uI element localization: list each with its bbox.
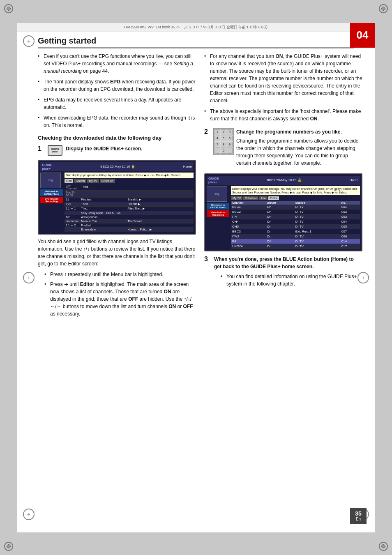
table-header-row: Channel On/Off Source No.	[231, 201, 360, 205]
num-hash	[227, 148, 233, 154]
table-row: TV2 Theia Friends ▶	[65, 202, 194, 206]
table-row: 1.1 ▼ 2 Football	[65, 223, 194, 227]
reg-mark-bl	[23, 509, 35, 520]
chapter-number: 04	[357, 29, 369, 41]
page-wrapper: DVR550HXS_WV_EN.book 35 ページ ２００７年３月３０日 金…	[17, 23, 375, 532]
step-3-number: 3	[204, 256, 211, 263]
reg-mark-tl	[23, 35, 35, 47]
section-title-bar: Getting started	[38, 36, 367, 46]
num-star	[214, 148, 220, 154]
screen-2-mockup: GUIDEplus+ BBC2 25-May 10:10 🔒 Home img …	[204, 173, 362, 251]
nav-mytv: My TV	[87, 179, 99, 183]
step-3-content: When you're done, press the BLUE Action …	[214, 256, 362, 290]
num-9: 9	[227, 142, 233, 147]
table-row: Tue,2510:00	[65, 190, 194, 197]
table-row: Emmerdale Homes... Polic... ▶	[65, 227, 194, 232]
step-2-content: Change the programme numbers as you like…	[236, 128, 362, 170]
step-2-heading: Change the programme numbers as you like…	[236, 129, 342, 135]
table-header-row: LastChannel Theia	[65, 184, 194, 191]
screen-2-nav: My TV Schedule Info Editor	[231, 196, 360, 200]
screen-2-onebutton: One-ButtonRecording	[207, 210, 229, 217]
sub-bullet-1: Press ↑ repeatedly until the Menu bar is…	[44, 271, 196, 278]
screen-2-editor: Editor displays your channel settings. Y…	[231, 186, 360, 249]
screen-1-table: LastChannel Theia Tue,2510:00	[65, 184, 194, 232]
screen-1-grid: Grid displays programme listings by chan…	[65, 173, 194, 232]
step-2-number: 2	[204, 128, 211, 136]
section-title: Getting started	[38, 36, 96, 45]
bullet-item-1: Even if you can't use the EPG functions …	[38, 53, 196, 75]
screen-2-info: Editor displays your channel settings. Y…	[231, 186, 360, 195]
num-5: 5	[221, 136, 226, 141]
screen-1-mockup: GUIDEplus+ BBC2 25-May 10:10 🔒 Home img …	[38, 160, 196, 235]
screen-2-channel: BBC2 25-May 10:10 🔒	[267, 178, 301, 182]
screen-2-body: img Welcome toGUIDE Plus+ One-ButtonReco…	[207, 186, 360, 249]
screen-1-channel: BBC2 25-May 10:10 🔒	[100, 165, 135, 168]
screen-2-sidebar: img Welcome toGUIDE Plus+ One-ButtonReco…	[207, 186, 229, 249]
screen-1-sidebar: img Welcome toGUIDE Plus+ One-ButtonReco…	[40, 173, 63, 232]
content-area: Even if you can't use the EPG functions …	[17, 53, 375, 328]
nav2-mytv: My TV	[231, 196, 242, 200]
screen-1-info: Grid displays programme listings by chan…	[65, 173, 194, 178]
left-column: Even if you can't use the EPG functions …	[38, 53, 196, 320]
num-7: 7	[214, 142, 220, 147]
num-2: 2	[221, 129, 226, 135]
step-3-bullets: You can find detailed information on usi…	[214, 273, 362, 288]
num-3: 3	[227, 129, 233, 135]
table-row: BBC2 On D. TV 002	[231, 209, 360, 214]
step-2-row: 2 1 2 3 4 5 6 7 8 9 0	[204, 128, 362, 170]
nav-schedule: Schedule	[100, 179, 115, 183]
table-row-highlighted: E4 Off D. TV 014	[231, 239, 360, 244]
num-1: 1	[214, 129, 220, 135]
num-4: 4	[214, 136, 220, 141]
screen-1-body: img Welcome toGUIDE Plus+ One-ButtonReco…	[40, 173, 194, 232]
right-bullet-2: The above is especially important for th…	[204, 108, 362, 122]
table-row: CH5 On D. TV 005	[231, 224, 360, 229]
screen-1-top-bar: GUIDEplus+ BBC2 25-May 10:10 🔒 Home	[40, 162, 194, 171]
screen-1-logo: GUIDEplus+	[42, 163, 52, 170]
num-6: 6	[227, 136, 233, 141]
one-button-label: One-ButtonRecording	[40, 197, 63, 203]
step-3-heading: When you're done, press the BLUE Action …	[214, 256, 354, 269]
screen-2-logo: GUIDEplus+	[208, 177, 219, 184]
sub-bullet-2: Press ➜ until Editor is highlighted. The…	[44, 281, 196, 318]
table-row: Sally Jessy Raph... Our b... Go	[65, 211, 194, 215]
sub-bullet-list: Press ↑ repeatedly until the Menu bar is…	[38, 271, 196, 318]
table-row: 11 Fimbles Starship ▶	[65, 197, 194, 202]
sub-heading-checking: Checking the downloaded data the followi…	[38, 135, 196, 141]
screen-2-home: Home	[350, 178, 358, 182]
left-bullet-list: Even if you can't use the EPG functions …	[38, 53, 196, 129]
screen-2-top-bar: GUIDEplus+ BBC2 25-May 10:10 🔒 Home	[207, 176, 360, 185]
bullet-item-3: EPG data may be received several times a…	[38, 96, 196, 111]
deco-circle-tr	[379, 4, 388, 13]
right-column: For any channel that you turn ON, the GU…	[204, 53, 362, 320]
deco-circle-bl	[4, 542, 13, 551]
screen-2-table: Channel On/Off Source No. BBC1 On D. TV	[231, 201, 360, 249]
nav2-editor: Editor	[268, 196, 279, 200]
bullet-item-2: The front panel display shows EPG when r…	[38, 78, 196, 93]
table-row: UKGOL On D. TV 017	[231, 244, 360, 249]
nav2-info: Info	[259, 196, 267, 200]
step-2-body: Changing the programme numbers allows yo…	[236, 137, 362, 167]
step-1-row: 1 GUIDEplus+ Display the GUIDE Plus+ scr…	[38, 145, 196, 156]
numpad-icon: 1 2 3 4 5 6 7 8 9 0	[213, 128, 234, 155]
table-row: BBC3 On Ext. Rec. 1 007	[231, 229, 360, 234]
step-3-bullet-1: You can find detailed information on usi…	[221, 273, 362, 288]
num-8: 8	[221, 142, 226, 147]
screen-2-thumbnail: img	[207, 186, 227, 202]
table-row: ITV2 On D. TV 006	[231, 234, 360, 239]
deco-circle-tl	[4, 4, 13, 13]
step-1-description: Display the GUIDE Plus+ screen.	[66, 145, 142, 152]
step-3-row: 3 When you're done, press the BLUE Actio…	[204, 256, 362, 290]
file-info-bar: DVR550HXS_WV_EN.book 35 ページ ２００７年３月３０日 金…	[17, 23, 375, 32]
nav2-schedule: Schedule	[243, 196, 258, 200]
screen-1-nav: Grid Search My TV Schedule	[65, 179, 194, 183]
page-lang: En	[356, 517, 361, 521]
screen-1-home: Home	[183, 165, 192, 168]
table-row: 1.1 ▼ 1 The... Alies The... ▶	[65, 206, 194, 211]
file-info-text: DVR550HXS_WV_EN.book 35 ページ ２００７年３月３０日 金…	[124, 25, 268, 29]
right-bullet-list: For any channel that you turn ON, the GU…	[204, 53, 362, 122]
bullet-item-4: When downloading EPG data, the recorder …	[38, 114, 196, 129]
screen-2-guide-label: Welcome toGUIDE Plus+	[207, 203, 229, 210]
table-row: BBC1 On D. TV 001	[231, 205, 360, 210]
num-0: 0	[221, 148, 226, 154]
